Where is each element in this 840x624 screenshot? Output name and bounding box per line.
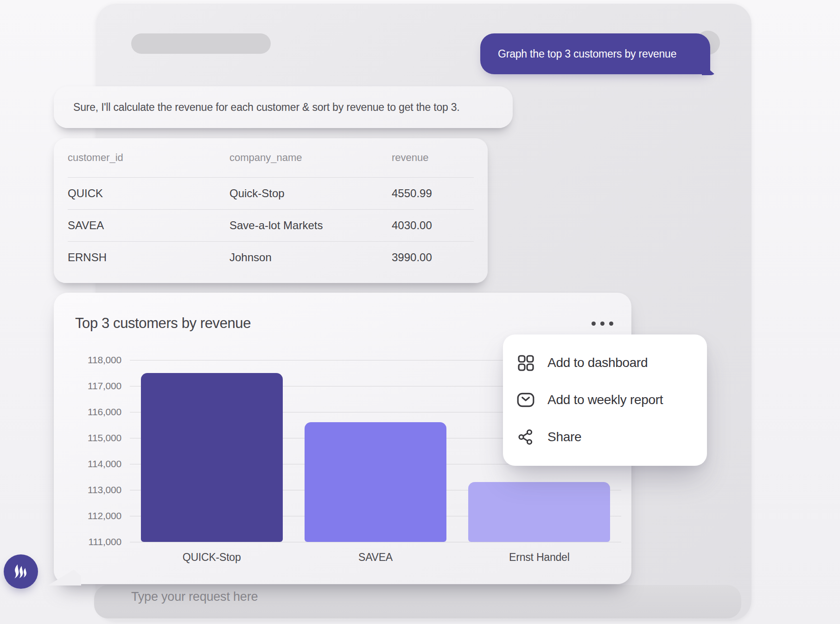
table-row: SAVEA Save-a-lot Markets 4030.00 xyxy=(68,209,474,241)
cell-customer-id: QUICK xyxy=(68,187,229,200)
menu-item-label: Share xyxy=(547,430,581,444)
x-tick-label: Ernst Handel xyxy=(509,551,570,564)
y-tick-label: 118,000 xyxy=(88,354,121,366)
cell-customer-id: SAVEA xyxy=(68,219,229,232)
chart-title: Top 3 customers by revenue xyxy=(75,315,251,332)
table-header-row: customer_id company_name revenue xyxy=(68,138,474,177)
menu-item-label: Add to weekly report xyxy=(547,392,663,407)
chat-input-bar xyxy=(94,585,741,618)
cell-customer-id: ERNSH xyxy=(68,251,229,264)
cell-revenue: 3990.00 xyxy=(392,251,474,264)
y-tick-label: 113,000 xyxy=(88,484,121,495)
y-tick-label: 114,000 xyxy=(88,458,121,470)
envelope-icon xyxy=(516,390,535,410)
kebab-menu-icon[interactable] xyxy=(592,322,613,326)
table-row: ERNSH Johnson 3990.00 xyxy=(68,241,474,273)
x-tick-label: QUICK-Stop xyxy=(183,551,241,564)
chart-context-menu: Add to dashboard Add to weekly report Sh… xyxy=(503,335,707,466)
chart-y-axis-labels: 118,000117,000116,000115,000114,000113,0… xyxy=(66,360,121,542)
gridline xyxy=(130,542,621,542)
result-table-card: customer_id company_name revenue QUICK Q… xyxy=(54,138,488,283)
menu-item-add-to-dashboard[interactable]: Add to dashboard xyxy=(516,344,707,381)
y-tick-label: 117,000 xyxy=(88,380,121,392)
skeleton-placeholder-pill xyxy=(131,33,271,54)
cell-revenue: 4550.99 xyxy=(392,187,474,200)
y-tick-label: 112,000 xyxy=(88,510,121,521)
cell-company-name: Save-a-lot Markets xyxy=(229,219,392,232)
column-header-company-name: company_name xyxy=(229,152,392,164)
column-header-revenue: revenue xyxy=(392,152,474,164)
assistant-message-bubble: Sure, I'll calculate the revenue for eac… xyxy=(54,86,513,128)
cell-revenue: 4030.00 xyxy=(392,219,474,232)
bar-Ernst Handel[interactable] xyxy=(468,482,610,542)
y-tick-label: 115,000 xyxy=(88,432,121,444)
dashboard-grid-icon xyxy=(516,353,535,373)
table-row: QUICK Quick-Stop 4550.99 xyxy=(68,177,474,209)
menu-item-add-to-weekly-report[interactable]: Add to weekly report xyxy=(516,381,707,418)
y-tick-label: 111,000 xyxy=(89,536,121,547)
bar-QUICK-Stop[interactable] xyxy=(141,373,283,542)
chart-card-tail xyxy=(48,570,81,585)
y-tick-label: 116,000 xyxy=(88,406,121,418)
menu-item-share[interactable]: Share xyxy=(516,418,707,456)
cell-company-name: Quick-Stop xyxy=(229,187,392,200)
user-message-bubble: Graph the top 3 customers by revenue xyxy=(480,33,710,74)
share-nodes-icon xyxy=(516,427,535,447)
chat-input[interactable] xyxy=(94,585,741,618)
menu-item-label: Add to dashboard xyxy=(547,355,648,370)
flame-logo xyxy=(4,554,38,589)
bar-SAVEA[interactable] xyxy=(305,422,446,542)
assistant-message-text: Sure, I'll calculate the revenue for eac… xyxy=(73,101,460,114)
x-tick-label: SAVEA xyxy=(358,551,393,564)
flame-icon xyxy=(11,561,31,582)
user-message-text: Graph the top 3 customers by revenue xyxy=(498,48,676,60)
cell-company-name: Johnson xyxy=(229,251,392,264)
column-header-customer-id: customer_id xyxy=(68,152,229,164)
